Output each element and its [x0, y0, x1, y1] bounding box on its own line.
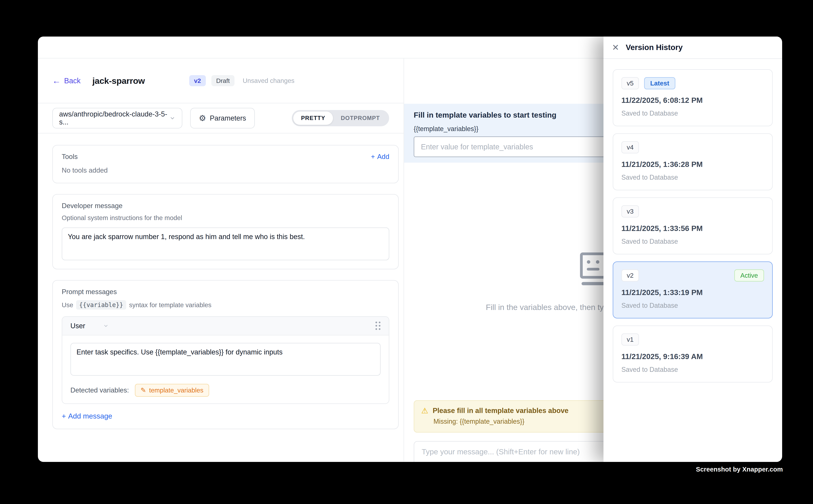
watermark-text: Screenshot by Xnapper.com: [696, 466, 783, 473]
developer-message-subtitle: Optional system instructions for the mod…: [62, 214, 389, 222]
page-title: jack-sparrow: [92, 76, 145, 86]
unsaved-changes-label: Unsaved changes: [243, 77, 294, 84]
version-list: v5 Latest 11/22/2025, 6:08:12 PM Saved t…: [603, 59, 782, 400]
chevron-down-icon[interactable]: [103, 323, 109, 329]
active-badge: Active: [734, 269, 764, 282]
model-toolbar: aws/anthropic/bedrock-claude-3-5-s... ⚙ …: [38, 103, 404, 133]
detected-variables-row: Detected variables: ✎ template_variables: [70, 384, 381, 397]
header-badges: v2 Draft Unsaved changes: [189, 75, 295, 86]
chevron-down-icon: [169, 115, 175, 121]
version-card-v2[interactable]: v2 Active 11/21/2025, 1:33:19 PM Saved t…: [613, 261, 773, 318]
tools-title: Tools: [62, 153, 78, 161]
add-message-button[interactable]: + Add message: [62, 412, 389, 420]
version-card-v1[interactable]: v1 11/21/2025, 9:16:39 AM Saved to Datab…: [613, 325, 773, 383]
message-role-bar: User: [62, 317, 389, 335]
message-body: Enter task specifics. Use {{template_var…: [62, 335, 389, 403]
version-history-panel: ✕ Version History v5 Latest 11/22/2025, …: [603, 37, 782, 462]
role-select[interactable]: User: [70, 322, 85, 330]
plus-icon: +: [62, 412, 66, 420]
user-message-input[interactable]: Enter task specifics. Use {{template_var…: [70, 343, 381, 376]
template-variable-name: template_variables: [149, 387, 204, 394]
version-timestamp: 11/21/2025, 1:33:56 PM: [622, 224, 764, 233]
pencil-icon: ✎: [140, 387, 146, 394]
draft-badge: Draft: [212, 75, 235, 86]
developer-message-title: Developer message: [62, 202, 389, 210]
prompt-messages-hint: Use {{variable}} syntax for template var…: [62, 300, 389, 310]
add-tool-label: Add: [377, 153, 389, 161]
warning-icon: ⚠: [421, 407, 428, 415]
parameters-label: Parameters: [210, 114, 246, 122]
version-timestamp: 11/22/2025, 6:08:12 PM: [622, 96, 764, 105]
version-history-header: ✕ Version History: [603, 37, 782, 59]
message-block: User Enter task specifics. Use {{templat…: [62, 316, 389, 404]
toggle-pretty[interactable]: PRETTY: [293, 112, 333, 125]
toggle-dotprompt[interactable]: DOTPROMPT: [333, 112, 388, 125]
version-status: Saved to Database: [622, 302, 764, 309]
template-variable-chip[interactable]: ✎ template_variables: [135, 384, 209, 397]
drag-handle-icon[interactable]: [375, 322, 381, 330]
version-number-badge: v4: [622, 141, 639, 153]
version-badge: v2: [189, 75, 206, 86]
tools-card: Tools + Add No tools added: [52, 145, 399, 183]
prompt-editor-column: ← Back jack-sparrow v2 Draft Unsaved cha…: [38, 59, 404, 461]
close-icon[interactable]: ✕: [612, 43, 619, 52]
hint-suffix: syntax for template variables: [129, 301, 212, 309]
version-number-badge: v5: [622, 77, 639, 89]
format-toggle: PRETTY DOTPROMPT: [292, 110, 389, 126]
developer-message-input[interactable]: You are jack sparrow number 1, respond a…: [62, 227, 389, 260]
version-card-v4[interactable]: v4 11/21/2025, 1:36:28 PM Saved to Datab…: [613, 133, 773, 190]
add-message-label: Add message: [68, 412, 112, 420]
version-status: Saved to Database: [622, 238, 764, 245]
warning-title: Please fill in all template variables ab…: [433, 407, 568, 415]
developer-message-card: Developer message Optional system instru…: [52, 194, 399, 269]
version-status: Saved to Database: [622, 174, 764, 181]
version-number-badge: v2: [622, 269, 639, 282]
detected-variables-label: Detected variables:: [70, 386, 129, 394]
version-history-title: Version History: [626, 43, 683, 52]
page-header: ← Back jack-sparrow v2 Draft Unsaved cha…: [38, 59, 404, 103]
version-timestamp: 11/21/2025, 1:36:28 PM: [622, 160, 764, 169]
version-timestamp: 11/21/2025, 1:33:19 PM: [622, 288, 764, 297]
gear-icon: ⚙: [199, 114, 206, 122]
model-select[interactable]: aws/anthropic/bedrock-claude-3-5-s...: [52, 108, 182, 128]
latest-badge: Latest: [644, 77, 675, 89]
editor-body: Tools + Add No tools added Developer mes…: [38, 133, 404, 461]
version-number-badge: v3: [622, 205, 639, 217]
back-arrow-icon: ←: [52, 76, 61, 85]
add-tool-button[interactable]: + Add: [371, 153, 389, 161]
hint-prefix: Use: [62, 301, 73, 309]
prompt-messages-title: Prompt messages: [62, 288, 389, 296]
version-timestamp: 11/21/2025, 9:16:39 AM: [622, 352, 764, 361]
model-select-value: aws/anthropic/bedrock-claude-3-5-s...: [59, 110, 169, 126]
version-status: Saved to Database: [622, 109, 764, 117]
version-card-v5[interactable]: v5 Latest 11/22/2025, 6:08:12 PM Saved t…: [613, 69, 773, 126]
back-button[interactable]: ← Back: [52, 76, 80, 85]
back-label: Back: [64, 77, 80, 85]
version-card-v3[interactable]: v3 11/21/2025, 1:33:56 PM Saved to Datab…: [613, 197, 773, 254]
variable-syntax-chip: {{variable}}: [76, 300, 126, 310]
plus-icon: +: [371, 153, 375, 161]
version-status: Saved to Database: [622, 366, 764, 373]
version-number-badge: v1: [622, 333, 639, 346]
prompt-messages-card: Prompt messages Use {{variable}} syntax …: [52, 280, 399, 429]
parameters-button[interactable]: ⚙ Parameters: [190, 108, 255, 128]
tools-empty-text: No tools added: [62, 167, 389, 174]
